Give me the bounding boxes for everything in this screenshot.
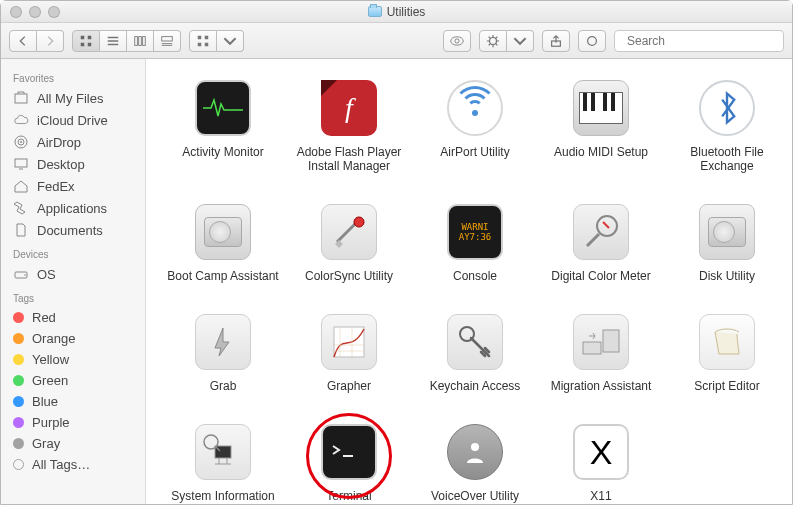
sidebar-item-label: iCloud Drive	[37, 113, 108, 128]
app-item-grab[interactable]: Grab	[164, 311, 282, 393]
app-icon	[444, 311, 506, 373]
app-icon	[696, 77, 758, 139]
search-input[interactable]	[627, 34, 777, 48]
share-button[interactable]	[542, 30, 570, 52]
sidebar-item-all-my-files[interactable]: All My Files	[1, 87, 145, 109]
close-button[interactable]	[10, 6, 22, 18]
tag-green[interactable]: Green	[1, 370, 145, 391]
app-item-bootcamp[interactable]: Boot Camp Assistant	[164, 201, 282, 283]
svg-rect-11	[205, 42, 209, 46]
sidebar-item-os[interactable]: OS	[1, 263, 145, 285]
list-view-button[interactable]	[100, 30, 127, 52]
app-icon	[318, 421, 380, 483]
sidebar-item-airdrop[interactable]: AirDrop	[1, 131, 145, 153]
app-label: Terminal	[326, 489, 371, 503]
svg-point-25	[354, 217, 364, 227]
tag-label: Orange	[32, 331, 75, 346]
tag-orange[interactable]: Orange	[1, 328, 145, 349]
sidebar-item-home[interactable]: FedEx	[1, 175, 145, 197]
tag-yellow[interactable]: Yellow	[1, 349, 145, 370]
icon-view-button[interactable]	[72, 30, 100, 52]
app-item-console[interactable]: WARNI AY7:36Console	[416, 201, 534, 283]
app-item-colorsync[interactable]: ColorSync Utility	[290, 201, 408, 283]
back-button[interactable]	[9, 30, 37, 52]
sidebar-header-tags: Tags	[1, 285, 145, 307]
sidebar-item-label: OS	[37, 267, 56, 282]
app-icon	[444, 77, 506, 139]
tag-dot-icon	[13, 333, 24, 344]
tag-gray[interactable]: Gray	[1, 433, 145, 454]
tag-red[interactable]: Red	[1, 307, 145, 328]
app-item-migration[interactable]: Migration Assistant	[542, 311, 660, 393]
sidebar-item-desktop[interactable]: Desktop	[1, 153, 145, 175]
action-button[interactable]	[479, 30, 507, 52]
toolbar	[1, 23, 792, 59]
app-label: X11	[590, 489, 611, 503]
tag-label: Blue	[32, 394, 58, 409]
app-icon: WARNI AY7:36	[444, 201, 506, 263]
app-icon	[570, 311, 632, 373]
quicklook-button[interactable]	[443, 30, 471, 52]
search-field[interactable]	[614, 30, 784, 52]
app-item-keychain[interactable]: Keychain Access	[416, 311, 534, 393]
sidebar-item-documents[interactable]: Documents	[1, 219, 145, 241]
titlebar: Utilities	[1, 1, 792, 23]
app-item-grapher[interactable]: Grapher	[290, 311, 408, 393]
app-icon: f	[318, 77, 380, 139]
tag-purple[interactable]: Purple	[1, 412, 145, 433]
zoom-button[interactable]	[48, 6, 60, 18]
disk-icon	[13, 266, 29, 282]
action-menu-button[interactable]	[507, 30, 534, 52]
minimize-button[interactable]	[29, 6, 41, 18]
tag-blue[interactable]: Blue	[1, 391, 145, 412]
app-item-bluetooth[interactable]: Bluetooth File Exchange	[668, 77, 786, 173]
arrange-button[interactable]	[189, 30, 217, 52]
app-item-midi[interactable]: Audio MIDI Setup	[542, 77, 660, 173]
app-icon	[696, 201, 758, 263]
app-icon	[570, 77, 632, 139]
app-item-voiceover[interactable]: VoiceOver Utility	[416, 421, 534, 503]
app-item-sysinfo[interactable]: System Information	[164, 421, 282, 503]
sidebar-item-applications[interactable]: Applications	[1, 197, 145, 219]
svg-rect-29	[583, 342, 601, 354]
tag-dot-icon	[13, 438, 24, 449]
app-icon	[318, 201, 380, 263]
svg-rect-5	[139, 36, 142, 45]
svg-point-21	[20, 141, 22, 143]
app-label: Audio MIDI Setup	[554, 145, 648, 159]
traffic-lights	[1, 6, 60, 18]
app-item-terminal[interactable]: Terminal	[290, 421, 408, 503]
tags-button[interactable]	[578, 30, 606, 52]
desktop-icon	[13, 156, 29, 172]
app-item-activity[interactable]: Activity Monitor	[164, 77, 282, 173]
app-label: Grapher	[327, 379, 371, 393]
coverflow-view-button[interactable]	[154, 30, 181, 52]
sidebar-item-label: Desktop	[37, 157, 85, 172]
svg-rect-6	[143, 36, 146, 45]
app-item-flash[interactable]: fAdobe Flash Player Install Manager	[290, 77, 408, 173]
all-my-files-icon	[13, 90, 29, 106]
app-icon	[444, 421, 506, 483]
app-icon	[192, 201, 254, 263]
svg-rect-0	[81, 35, 85, 39]
airdrop-icon	[13, 134, 29, 150]
svg-point-33	[471, 443, 479, 451]
tag-label: Purple	[32, 415, 70, 430]
svg-point-13	[455, 38, 459, 42]
app-item-script[interactable]: Script Editor	[668, 311, 786, 393]
svg-rect-2	[81, 42, 85, 46]
app-item-dcm[interactable]: Digital Color Meter	[542, 201, 660, 283]
svg-point-32	[204, 435, 218, 449]
folder-icon	[368, 6, 382, 17]
svg-rect-10	[198, 42, 202, 46]
app-label: AirPort Utility	[440, 145, 509, 159]
forward-button[interactable]	[37, 30, 64, 52]
app-item-airport[interactable]: AirPort Utility	[416, 77, 534, 173]
tag-all[interactable]: All Tags…	[1, 454, 145, 475]
sidebar-item-icloud[interactable]: iCloud Drive	[1, 109, 145, 131]
arrange-menu-button[interactable]	[217, 30, 244, 52]
app-item-disk-util[interactable]: Disk Utility	[668, 201, 786, 283]
app-item-x11[interactable]: XX11	[542, 421, 660, 503]
sidebar-item-label: Documents	[37, 223, 103, 238]
column-view-button[interactable]	[127, 30, 154, 52]
